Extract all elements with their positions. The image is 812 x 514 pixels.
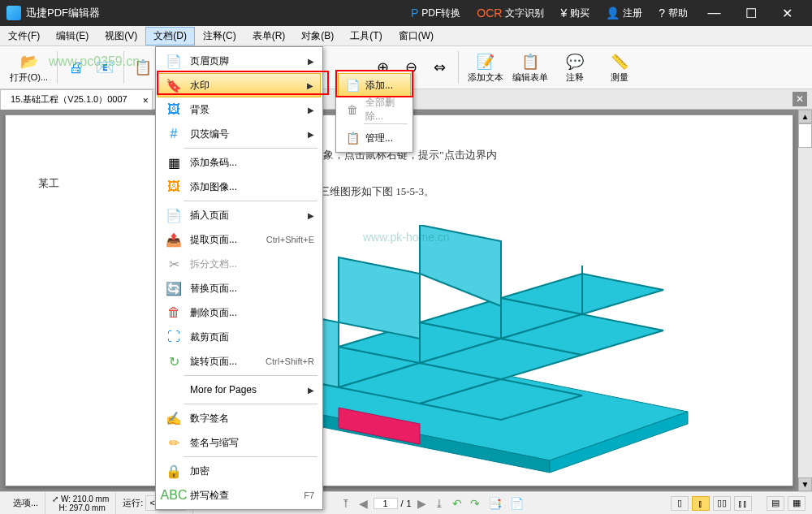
- menu-digital-sign[interactable]: ✍数字签名: [158, 406, 321, 430]
- menu-rotate-page[interactable]: ↻旋转页面...Ctrl+Shift+R: [158, 349, 321, 374]
- document-text-line2: 某工: [38, 176, 59, 191]
- fit-icon: ⇔: [430, 58, 449, 77]
- scroll-up-button[interactable]: ▲: [798, 110, 812, 123]
- scroll-track[interactable]: [798, 123, 812, 477]
- tab-close-icon[interactable]: ×: [143, 95, 149, 106]
- menu-bates-number[interactable]: #贝茨编号▶: [158, 122, 321, 146]
- chevron-right-icon: ▶: [308, 57, 314, 66]
- status-bar: 选项... ⤢ W: 210.0 mm H: 297.0 mm 运行: <无> …: [0, 491, 812, 514]
- menu-spell-check[interactable]: ABC拼写检查F7: [158, 483, 321, 508]
- menu-view[interactable]: 视图(V): [97, 27, 145, 45]
- rotate-icon: ↻: [164, 352, 184, 371]
- nav-forward-button[interactable]: ↷: [468, 497, 482, 510]
- pdf-convert-button[interactable]: PPDF转换: [403, 0, 469, 26]
- menu-crop-page[interactable]: ⛶裁剪页面: [158, 325, 321, 349]
- extract-icon: 📤: [164, 230, 184, 249]
- menu-watermark[interactable]: 🔖水印▶: [158, 73, 321, 97]
- menu-form[interactable]: 表单(R): [244, 27, 294, 45]
- submenu-separator: [364, 123, 408, 124]
- menu-insert-page[interactable]: 📄插入页面▶: [158, 203, 321, 227]
- image-icon: 🖼: [164, 177, 184, 197]
- submenu-delete-all[interactable]: 🗑全部删除...: [338, 97, 411, 122]
- delete-all-icon: 🗑: [344, 102, 361, 118]
- menu-object[interactable]: 对象(B): [293, 27, 342, 45]
- annotate-button[interactable]: 💬 注释: [554, 48, 596, 87]
- layout-button-2[interactable]: ▦: [788, 496, 806, 511]
- menu-separator: [184, 404, 317, 404]
- bookmark-button[interactable]: 📑: [486, 497, 504, 510]
- menu-separator: [184, 456, 317, 457]
- chevron-right-icon: ▶: [308, 211, 314, 220]
- model-watermark: www.pk-home.cn: [362, 231, 450, 244]
- scroll-down-button[interactable]: ▼: [798, 477, 812, 491]
- split-icon: ✂: [164, 254, 184, 274]
- menu-tools[interactable]: 工具(T): [342, 27, 390, 45]
- add-text-button[interactable]: 📝 添加文本: [464, 48, 507, 87]
- app-title: 迅捷PDF编辑器: [26, 6, 100, 20]
- watermark-icon: 🔖: [164, 76, 184, 95]
- document-tab[interactable]: 15.基础工程（V25.1.0）0007 ×: [0, 89, 153, 110]
- register-button[interactable]: 👤注册: [598, 0, 650, 26]
- layout-button-1[interactable]: ▤: [767, 496, 784, 511]
- menu-delete-page[interactable]: 🗑删除页面...: [158, 300, 321, 325]
- view-facing-button[interactable]: ▯▯: [713, 496, 731, 511]
- bates-icon: #: [164, 124, 184, 144]
- close-button[interactable]: ✕: [769, 0, 806, 26]
- fit-width-button[interactable]: ⇔: [426, 50, 452, 84]
- menu-window[interactable]: 窗口(W): [391, 27, 442, 45]
- initial-icon: ✏: [164, 433, 184, 452]
- view-continuous-button[interactable]: ⫿: [692, 496, 710, 511]
- first-page-button[interactable]: ⤒: [339, 497, 353, 510]
- next-page-button[interactable]: ▶: [415, 497, 429, 510]
- page-number-input[interactable]: [374, 498, 398, 509]
- ocr-button[interactable]: OCR文字识别: [469, 0, 552, 26]
- menu-split-doc[interactable]: ✂拆分文档...: [158, 252, 321, 276]
- minimize-button[interactable]: —: [696, 0, 732, 26]
- submenu-manage[interactable]: 📋管理...: [338, 126, 411, 150]
- menu-more-pages[interactable]: More for Pages▶: [158, 378, 321, 402]
- lock-icon: 🔒: [164, 461, 184, 481]
- menu-replace-page[interactable]: 🔄替换页面...: [158, 276, 321, 300]
- menu-extract-page[interactable]: 📤提取页面...Ctrl+Shift+E: [158, 227, 321, 252]
- options-button[interactable]: 选项...: [6, 492, 45, 514]
- buy-button[interactable]: ¥购买: [552, 0, 598, 26]
- close-all-tabs-button[interactable]: ✕: [793, 92, 807, 106]
- ocr-icon: OCR: [477, 6, 502, 19]
- document-menu-dropdown: 📄页眉页脚▶ 🔖水印▶ 🖼背景▶ #贝茨编号▶ ▦添加条码... 🖼添加图像..…: [155, 46, 323, 510]
- chevron-right-icon: ▶: [308, 106, 314, 114]
- manage-icon: 📋: [344, 130, 361, 146]
- submenu-add[interactable]: 📄添加...: [338, 73, 411, 97]
- vertical-scrollbar[interactable]: ▲ ▼: [798, 110, 812, 491]
- menu-header-footer[interactable]: 📄页眉页脚▶: [158, 49, 321, 73]
- add-text-icon: 📝: [476, 52, 495, 71]
- menu-document[interactable]: 文档(D): [145, 27, 195, 45]
- nav-back-button[interactable]: ↶: [450, 497, 464, 510]
- edit-form-button[interactable]: 📋 编辑表单: [509, 48, 551, 87]
- maximize-button[interactable]: ☐: [732, 0, 769, 26]
- menu-separator: [184, 201, 317, 201]
- pdf-convert-icon: P: [411, 6, 418, 19]
- menu-add-image[interactable]: 🖼添加图像...: [158, 175, 321, 199]
- scroll-thumb[interactable]: [798, 123, 812, 148]
- page-view[interactable]: 隐藏不需要的线条"，选择对象，点击鼠标右键，提示"点击边界内 某工 ，布置的满堂…: [5, 114, 793, 486]
- menu-add-barcode[interactable]: ▦添加条码...: [158, 150, 321, 175]
- measure-button[interactable]: 📏 测量: [598, 48, 641, 87]
- menu-sign-initial[interactable]: ✏签名与缩写: [158, 430, 321, 455]
- open-button[interactable]: 📂 打开(O)...: [6, 48, 51, 87]
- crop-icon: ⛶: [164, 327, 184, 347]
- thumbnail-button[interactable]: 📄: [508, 497, 526, 510]
- menu-background[interactable]: 🖼背景▶: [158, 97, 321, 122]
- menu-edit[interactable]: 编辑(E): [48, 27, 97, 45]
- watermark-url: www.pc0359.cn: [49, 54, 140, 69]
- help-button[interactable]: ?帮助: [650, 0, 696, 26]
- menu-encrypt[interactable]: 🔒加密: [158, 459, 321, 483]
- menu-file[interactable]: 文件(F): [0, 27, 48, 45]
- prev-page-button[interactable]: ◀: [356, 497, 370, 510]
- chevron-right-icon: ▶: [308, 130, 314, 139]
- view-single-button[interactable]: ▯: [671, 496, 689, 511]
- last-page-button[interactable]: ⤓: [432, 497, 447, 510]
- content-area: 隐藏不需要的线条"，选择对象，点击鼠标右键，提示"点击边界内 某工 ，布置的满堂…: [0, 110, 812, 491]
- view-facing-continuous-button[interactable]: ⫿⫿: [734, 496, 752, 511]
- menu-annotate[interactable]: 注释(C): [195, 27, 244, 45]
- svg-marker-12: [339, 257, 420, 339]
